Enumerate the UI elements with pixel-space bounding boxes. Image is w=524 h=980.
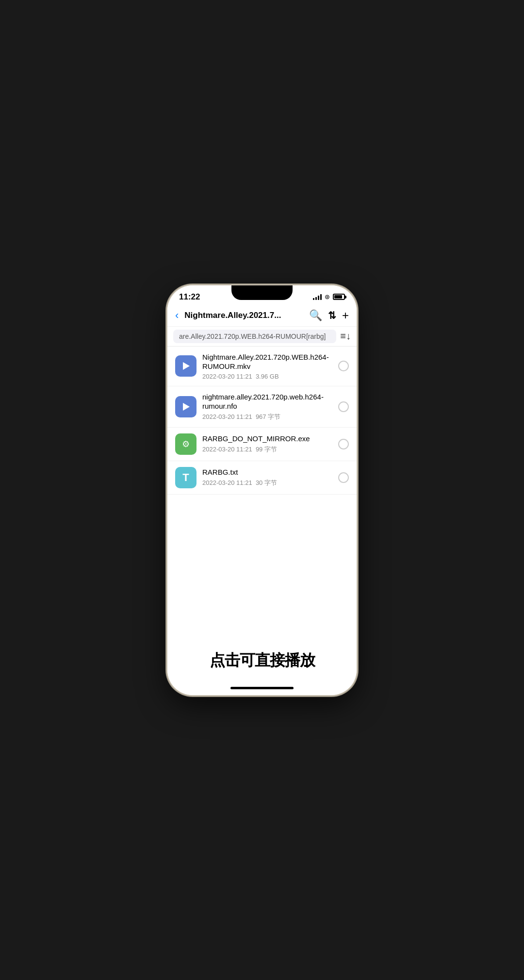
nav-header: ‹ Nightmare.Alley.2021.7... 🔍 ⇅ + (167, 305, 357, 327)
file-icon-nfo (175, 396, 196, 417)
file-name: RARBG_DO_NOT_MIRROR.exe (202, 434, 332, 444)
battery-icon (333, 294, 345, 300)
status-icons: ⊛ (313, 293, 345, 300)
file-select-radio[interactable] (338, 472, 349, 483)
file-info: nightmare.alley.2021.720p.web.h264-rumou… (202, 392, 332, 421)
file-icon-exe: ⚙ (175, 433, 196, 455)
file-meta: 2022-03-20 11:21 99 字节 (202, 445, 332, 454)
file-icon-txt: T (175, 467, 196, 488)
file-name: nightmare.alley.2021.720p.web.h264-rumou… (202, 392, 332, 411)
play-icon (181, 361, 191, 371)
file-meta: 2022-03-20 11:21 967 字节 (202, 413, 332, 421)
file-meta: 2022-03-20 11:21 3.96 GB (202, 373, 332, 380)
file-info: Nightmare.Alley.2021.720p.WEB.h264-RUMOU… (202, 352, 332, 380)
path-bar: are.Alley.2021.720p.WEB.h264-RUMOUR[rarb… (167, 327, 357, 347)
home-bar[interactable] (230, 687, 294, 689)
search-button[interactable]: 🔍 (309, 309, 322, 322)
phone-frame: 11:22 ⊛ ‹ Nightmare.Alley.2021.7... 🔍 ⇅ … (167, 285, 357, 695)
play-icon (181, 402, 191, 412)
list-item[interactable]: ⚙ RARBG_DO_NOT_MIRROR.exe 2022-03-20 11:… (167, 428, 357, 461)
file-select-radio[interactable] (338, 361, 349, 371)
wifi-icon: ⊛ (325, 293, 330, 300)
phone-screen: 11:22 ⊛ ‹ Nightmare.Alley.2021.7... 🔍 ⇅ … (167, 285, 357, 695)
path-text: are.Alley.2021.720p.WEB.h264-RUMOUR[rarb… (173, 330, 336, 343)
list-item[interactable]: T RARBG.txt 2022-03-20 11:21 30 字节 (167, 461, 357, 495)
file-name: RARBG.txt (202, 467, 332, 477)
file-select-radio[interactable] (338, 439, 349, 449)
file-meta: 2022-03-20 11:21 30 字节 (202, 479, 332, 487)
home-indicator (167, 683, 357, 695)
back-button[interactable]: ‹ (175, 309, 179, 322)
file-icon-video (175, 355, 196, 377)
notch (231, 285, 293, 300)
status-bar: 11:22 ⊛ (167, 285, 357, 305)
nav-title: Nightmare.Alley.2021.7... (184, 311, 303, 320)
status-time: 11:22 (179, 292, 200, 302)
list-view-button[interactable]: ≡↓ (340, 331, 351, 342)
file-info: RARBG.txt 2022-03-20 11:21 30 字节 (202, 467, 332, 487)
promo-text: 点击可直接播放 (175, 650, 349, 671)
promo-section: 点击可直接播放 (167, 638, 357, 683)
gear-icon: ⚙ (182, 439, 190, 449)
text-icon: T (182, 471, 189, 484)
file-name: Nightmare.Alley.2021.720p.WEB.h264-RUMOU… (202, 352, 332, 371)
file-select-radio[interactable] (338, 401, 349, 412)
signal-icon (313, 294, 322, 300)
list-item[interactable]: Nightmare.Alley.2021.720p.WEB.h264-RUMOU… (167, 347, 357, 386)
sort-button[interactable]: ⇅ (328, 310, 336, 321)
file-list: Nightmare.Alley.2021.720p.WEB.h264-RUMOU… (167, 347, 357, 638)
list-item[interactable]: nightmare.alley.2021.720p.web.h264-rumou… (167, 386, 357, 428)
file-info: RARBG_DO_NOT_MIRROR.exe 2022-03-20 11:21… (202, 434, 332, 454)
add-button[interactable]: + (342, 309, 349, 322)
